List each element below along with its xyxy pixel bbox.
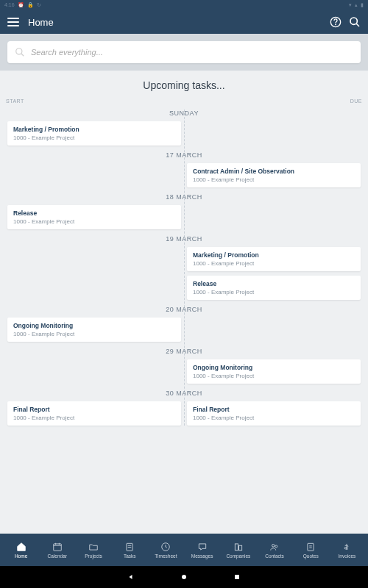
- nav-invoices[interactable]: Invoices: [329, 542, 365, 559]
- companies-icon: [233, 542, 244, 552]
- svg-point-17: [275, 545, 277, 547]
- date-header: 20 MARCH: [4, 306, 364, 313]
- timeline: SUNDAYMarketing / Promotion1000 - Exampl…: [4, 110, 364, 426]
- nav-projects[interactable]: Projects: [75, 542, 111, 559]
- search-input[interactable]: [31, 48, 353, 57]
- nav-label: Messages: [191, 553, 213, 559]
- status-battery-icon: ▮: [361, 2, 364, 8]
- task-subtitle: 1000 - Example Project: [193, 176, 355, 183]
- help-icon[interactable]: [330, 16, 342, 28]
- system-recent-button[interactable]: [233, 573, 241, 581]
- svg-point-4: [16, 49, 22, 54]
- os-status-bar: 4:16 ⏰ 🔒 ↻ ▾ ▴ ▮: [0, 0, 368, 10]
- nav-label: Home: [15, 553, 27, 559]
- search-input-icon: [15, 47, 25, 57]
- nav-label: Contacts: [265, 553, 284, 559]
- date-header: 18 MARCH: [4, 193, 364, 201]
- system-back-button[interactable]: [127, 573, 135, 581]
- svg-line-5: [21, 54, 24, 57]
- main-content: Upcoming tasks... START DUE SUNDAYMarket…: [0, 71, 368, 534]
- date-header: 17 MARCH: [4, 151, 364, 159]
- timesheet-icon: [160, 542, 171, 552]
- page-title: Upcoming tasks...: [4, 79, 364, 91]
- system-home-button[interactable]: [180, 573, 188, 581]
- task-subtitle: 1000 - Example Project: [13, 331, 175, 337]
- menu-icon[interactable]: [7, 18, 19, 26]
- svg-rect-6: [54, 543, 62, 550]
- svg-line-3: [356, 24, 359, 26]
- date-header: 19 MARCH: [4, 235, 364, 243]
- nav-contacts[interactable]: Contacts: [256, 542, 292, 559]
- task-card[interactable]: Contract Admin / Site Observation1000 - …: [187, 163, 361, 187]
- date-header: 29 MARCH: [4, 348, 364, 355]
- nav-companies[interactable]: Companies: [220, 542, 256, 559]
- task-card[interactable]: Marketing / Promotion1000 - Example Proj…: [7, 121, 181, 146]
- due-column-label: DUE: [350, 98, 362, 104]
- task-card[interactable]: Ongoing Monitoring1000 - Example Project: [187, 359, 361, 384]
- nav-home[interactable]: Home: [3, 542, 39, 559]
- search-icon[interactable]: [349, 16, 361, 28]
- messages-icon: [197, 542, 208, 552]
- task-title: Marketing / Promotion: [193, 251, 355, 259]
- search-box[interactable]: [7, 41, 361, 63]
- task-card[interactable]: Release1000 - Example Project: [7, 205, 181, 229]
- invoices-icon: [342, 542, 352, 552]
- task-subtitle: 1000 - Example Project: [193, 415, 355, 421]
- task-subtitle: 1000 - Example Project: [13, 135, 175, 141]
- app-title: Home: [28, 17, 330, 28]
- search-container: [0, 34, 368, 71]
- nav-label: Companies: [226, 553, 250, 559]
- svg-rect-18: [308, 543, 314, 551]
- calendar-icon: [52, 542, 63, 552]
- status-wifi-icon: ▾: [349, 2, 352, 8]
- task-subtitle: 1000 - Example Project: [13, 218, 175, 225]
- nav-timesheet[interactable]: Timesheet: [148, 542, 184, 559]
- status-time: 4:16: [4, 2, 15, 8]
- task-card[interactable]: Marketing / Promotion1000 - Example Proj…: [187, 247, 361, 271]
- status-lock-icon: 🔒: [27, 2, 34, 8]
- nav-messages[interactable]: Messages: [184, 542, 220, 559]
- nav-label: Quotes: [303, 553, 319, 559]
- start-column-label: START: [6, 98, 24, 104]
- quotes-icon: [305, 542, 316, 552]
- nav-label: Projects: [85, 553, 102, 559]
- task-title: Release: [193, 280, 355, 287]
- status-sync-icon: ↻: [37, 2, 41, 8]
- home-icon: [16, 542, 26, 552]
- svg-point-2: [350, 18, 357, 24]
- status-alarm-icon: ⏰: [18, 2, 24, 8]
- task-subtitle: 1000 - Example Project: [193, 260, 355, 267]
- task-card[interactable]: Release1000 - Example Project: [187, 276, 361, 300]
- system-nav-bar: [0, 566, 368, 588]
- task-subtitle: 1000 - Example Project: [13, 415, 175, 421]
- task-title: Ongoing Monitoring: [13, 322, 175, 329]
- task-subtitle: 1000 - Example Project: [193, 373, 355, 379]
- nav-tasks[interactable]: Tasks: [112, 542, 148, 559]
- projects-icon: [88, 542, 99, 552]
- svg-rect-20: [235, 575, 239, 579]
- svg-point-19: [182, 575, 186, 579]
- svg-rect-14: [235, 543, 238, 550]
- nav-label: Invoices: [339, 553, 356, 559]
- task-title: Final Report: [13, 406, 175, 413]
- task-title: Final Report: [193, 406, 355, 413]
- task-subtitle: 1000 - Example Project: [193, 289, 355, 295]
- tasks-icon: [124, 542, 135, 552]
- bottom-nav: HomeCalendarProjectsTasksTimesheetMessag…: [0, 534, 368, 566]
- contacts-icon: [269, 542, 280, 552]
- task-card[interactable]: Final Report1000 - Example Project: [7, 401, 181, 426]
- task-title: Contract Admin / Site Observation: [193, 168, 355, 175]
- date-header: 30 MARCH: [4, 390, 364, 397]
- svg-point-1: [336, 24, 336, 25]
- nav-label: Tasks: [124, 553, 136, 559]
- task-title: Release: [13, 209, 175, 217]
- nav-label: Calendar: [48, 553, 67, 559]
- task-title: Ongoing Monitoring: [193, 364, 355, 371]
- svg-point-16: [272, 544, 275, 547]
- task-card[interactable]: Final Report1000 - Example Project: [187, 401, 361, 426]
- task-card[interactable]: Ongoing Monitoring1000 - Example Project: [7, 318, 181, 342]
- date-header: SUNDAY: [4, 110, 364, 117]
- nav-calendar[interactable]: Calendar: [39, 542, 75, 559]
- nav-quotes[interactable]: Quotes: [293, 542, 329, 559]
- nav-label: Timesheet: [155, 553, 177, 559]
